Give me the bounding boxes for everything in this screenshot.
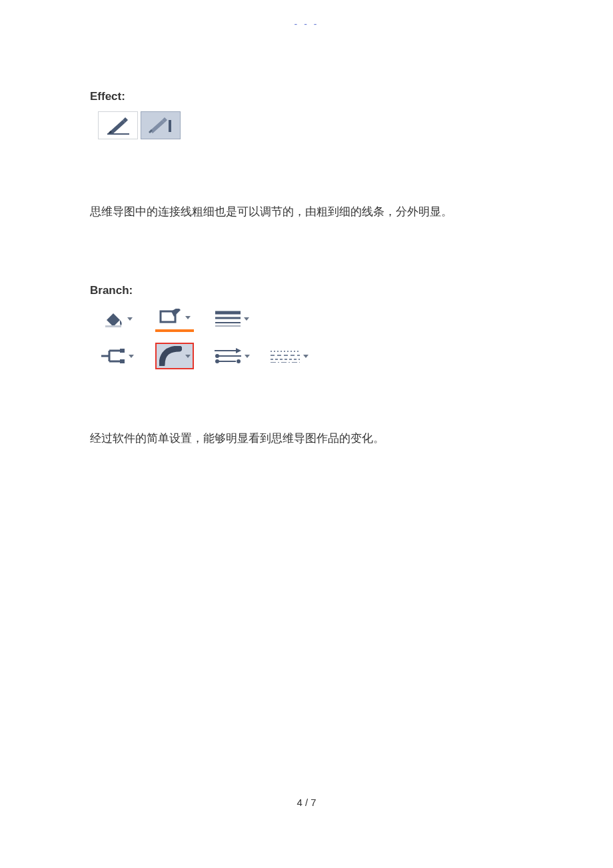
paragraph-line-thickness: 思维导图中的连接线粗细也是可以调节的，由粗到细的线条，分外明显。 — [90, 203, 523, 221]
branch-toolbar — [98, 305, 523, 369]
branch-curve-button[interactable] — [155, 343, 194, 369]
fill-bucket-icon — [103, 309, 124, 328]
chevron-down-icon — [303, 355, 308, 358]
line-width-icon — [215, 311, 241, 327]
effect-pen-shadow-button[interactable] — [141, 111, 181, 139]
branch-dashes-button[interactable] — [270, 343, 308, 369]
paragraph-software-settings: 经过软件的简单设置，能够明显看到思维导图作品的变化。 — [90, 429, 523, 447]
pen-icon — [107, 116, 129, 135]
branch-section: Branch: — [90, 284, 523, 369]
svg-marker-15 — [236, 348, 241, 353]
branch-row-1 — [98, 305, 523, 332]
branch-arrows-button[interactable] — [213, 343, 251, 369]
arrows-icon — [215, 348, 241, 364]
effect-label: Effect: — [90, 90, 523, 103]
curve-icon — [159, 346, 182, 366]
dashes-icon — [271, 349, 300, 363]
branch-connector-button[interactable] — [98, 343, 137, 369]
branch-fill-button[interactable] — [98, 305, 137, 332]
chevron-down-icon — [185, 316, 191, 319]
svg-rect-1 — [169, 120, 171, 132]
pen-shadowed-icon — [147, 116, 174, 135]
page-number: 4 / 7 — [0, 797, 613, 808]
document-page: - - - Effect: — [0, 0, 613, 868]
branch-label: Branch: — [90, 284, 523, 297]
chevron-down-icon — [245, 355, 250, 358]
svg-rect-13 — [120, 359, 125, 363]
effect-section: Effect: — [90, 90, 523, 139]
svg-rect-2 — [105, 325, 121, 327]
highlight-icon — [159, 309, 182, 326]
header-dashes: - - - — [295, 19, 319, 29]
chevron-down-icon — [129, 355, 134, 358]
connector-icon — [101, 347, 125, 365]
branch-row-2 — [98, 343, 523, 369]
chevron-down-icon — [185, 355, 191, 358]
svg-point-20 — [237, 359, 241, 363]
effect-toolbar — [98, 111, 523, 139]
svg-rect-12 — [120, 349, 125, 353]
chevron-down-icon — [244, 317, 249, 321]
branch-highlight-button[interactable] — [155, 305, 194, 332]
chevron-down-icon — [127, 317, 133, 321]
branch-line-width-button[interactable] — [213, 305, 251, 332]
effect-pen-plain-button[interactable] — [98, 111, 138, 139]
